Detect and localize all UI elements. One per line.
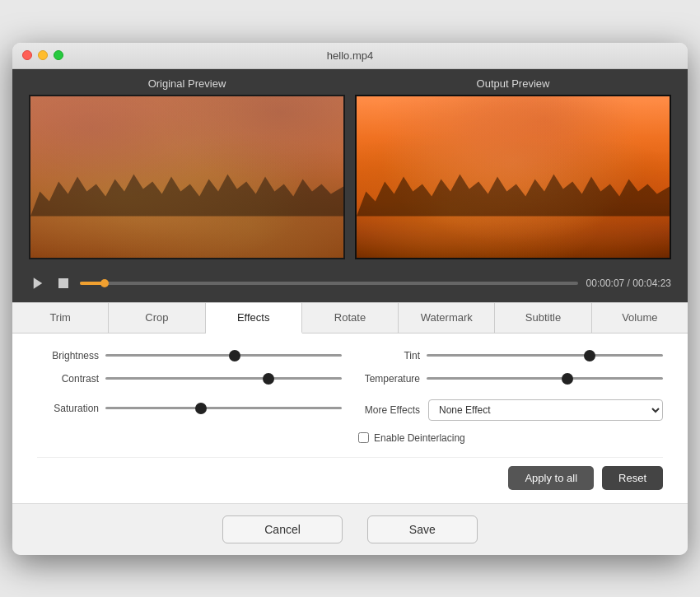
bottom-bar: Cancel Save [12, 503, 688, 555]
action-row: Apply to all Reset [37, 457, 663, 490]
original-preview-label: Original Preview [29, 77, 345, 90]
more-effects-label: More Effects [358, 404, 420, 416]
saturation-slider[interactable] [105, 407, 342, 409]
contrast-row: Contrast [37, 373, 342, 385]
traffic-lights [22, 50, 63, 60]
tab-rotate[interactable]: Rotate [302, 303, 399, 333]
minimize-button[interactable] [38, 50, 48, 60]
output-preview-panel: Output Preview [355, 77, 671, 259]
tab-watermark[interactable]: Watermark [399, 303, 495, 333]
preview-area: Original Preview Output Preview [12, 69, 688, 268]
saturation-label: Saturation [37, 403, 99, 414]
main-window: hello.mp4 Original Preview Output Previe… [12, 43, 688, 555]
temperature-slider[interactable] [427, 377, 663, 380]
progress-handle[interactable] [100, 279, 109, 287]
brightness-label: Brightness [37, 350, 99, 361]
deinterlace-label[interactable]: Enable Deinterlacing [374, 432, 465, 444]
svg-marker-0 [34, 278, 43, 289]
contrast-label: Contrast [37, 373, 99, 385]
tabs-row: Trim Crop Effects Rotate Watermark Subti… [12, 303, 688, 333]
stop-icon [57, 277, 70, 290]
stop-button[interactable] [55, 275, 72, 292]
effects-panel: Brightness Tint Contrast Temperature [12, 333, 688, 503]
brightness-slider[interactable] [105, 354, 342, 357]
controls-bar: 00:00:07 / 00:04:23 [12, 268, 688, 302]
output-preview-label: Output Preview [355, 77, 671, 90]
close-button[interactable] [22, 50, 32, 60]
tabs-area: Trim Crop Effects Rotate Watermark Subti… [12, 302, 688, 503]
tint-row: Tint [358, 350, 663, 361]
original-video [29, 95, 345, 259]
brightness-row: Brightness [37, 350, 342, 361]
contrast-slider[interactable] [105, 377, 342, 380]
tint-slider[interactable] [427, 354, 663, 357]
titlebar: hello.mp4 [12, 43, 688, 69]
play-button[interactable] [29, 274, 47, 292]
tab-effects[interactable]: Effects [206, 303, 302, 333]
deinterlace-checkbox[interactable] [358, 432, 369, 443]
output-video [355, 95, 671, 259]
tab-subtitle[interactable]: Subtitle [495, 303, 591, 333]
saturation-row: Saturation [37, 396, 342, 421]
window-title: hello.mp4 [327, 49, 373, 62]
more-effects-select[interactable]: None Effect Blur Sharpen Noise Old Film [428, 399, 663, 421]
save-button[interactable]: Save [367, 515, 478, 543]
time-display: 00:00:07 / 00:04:23 [586, 278, 671, 289]
tab-volume[interactable]: Volume [592, 303, 688, 333]
tab-crop[interactable]: Crop [109, 303, 205, 333]
reset-button[interactable]: Reset [602, 466, 663, 490]
cancel-button[interactable]: Cancel [222, 515, 343, 543]
more-effects-row: More Effects None Effect Blur Sharpen No… [358, 399, 663, 421]
sliders-grid: Brightness Tint Contrast Temperature [37, 350, 663, 421]
apply-all-button[interactable]: Apply to all [508, 466, 594, 490]
temperature-label: Temperature [358, 373, 420, 385]
play-icon [30, 276, 45, 291]
progress-bar[interactable] [80, 282, 578, 285]
tint-label: Tint [358, 350, 420, 361]
maximize-button[interactable] [54, 50, 63, 60]
deinterlace-row: Enable Deinterlacing [358, 432, 663, 444]
temperature-row: Temperature [358, 373, 663, 385]
svg-rect-1 [58, 278, 68, 288]
tab-trim[interactable]: Trim [12, 303, 109, 333]
original-preview-panel: Original Preview [29, 77, 345, 259]
